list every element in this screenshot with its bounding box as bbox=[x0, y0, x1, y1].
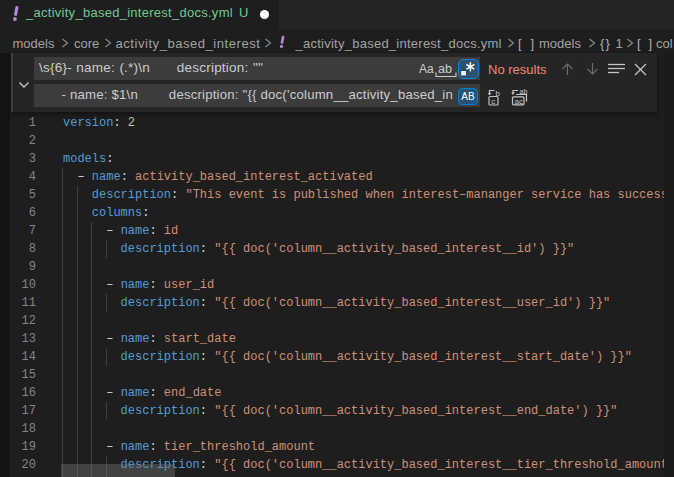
svg-text:ab: ab bbox=[520, 88, 528, 95]
svg-text:c: c bbox=[491, 97, 495, 106]
svg-text:b: b bbox=[496, 89, 501, 98]
svg-text:ac: ac bbox=[515, 97, 523, 106]
